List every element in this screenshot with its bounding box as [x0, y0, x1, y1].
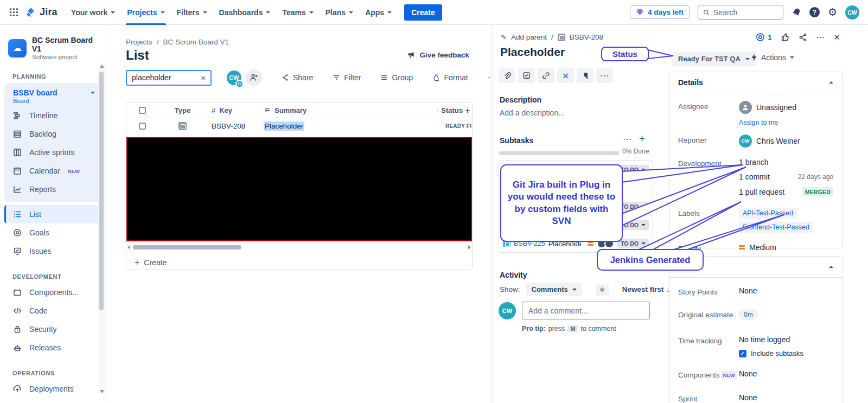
issue-key[interactable]: BSBV-208 [212, 122, 245, 130]
column-type[interactable]: Type [158, 103, 207, 118]
sort-order-button[interactable]: Newest first ↓≡ [622, 285, 674, 293]
add-column-button[interactable]: + [463, 103, 472, 118]
add-subtask-button[interactable] [518, 68, 535, 83]
activity-filter-dropdown[interactable]: Comments [526, 283, 582, 296]
sidebar-item-goals[interactable]: Goals [4, 223, 101, 242]
column-key[interactable]: #Key [207, 103, 259, 118]
sidebar-item-list[interactable]: List [4, 205, 101, 223]
close-icon[interactable]: × [834, 32, 840, 42]
actions-dropdown[interactable]: Actions [751, 53, 794, 62]
dev-branch-link[interactable]: 1 branch [739, 158, 833, 167]
breadcrumb-projects[interactable]: Projects [126, 38, 152, 46]
priority-value[interactable]: Medium [739, 243, 833, 252]
subtasks-add-icon[interactable]: + [639, 133, 645, 145]
subtask-status-dropdown[interactable]: TO DO [617, 239, 649, 248]
nav-dashboards[interactable]: Dashboards [213, 0, 277, 25]
sidebar-item-issues[interactable]: Issues [4, 242, 101, 260]
board-switcher[interactable]: BSBV board Board [4, 88, 101, 106]
group-button[interactable]: Group [380, 73, 413, 82]
watch-button[interactable]: 1 [756, 33, 772, 42]
issue-status[interactable]: READY FOR TST QA [445, 123, 472, 129]
nav-your-work[interactable]: Your work [65, 0, 121, 25]
app-switcher-icon[interactable] [5, 4, 22, 21]
sidebar-item-backlog[interactable]: Backlog [4, 125, 101, 143]
assign-to-me-link[interactable]: Assign to me [739, 119, 778, 126]
description-placeholder[interactable]: Add a description... [500, 108, 565, 117]
list-search-input[interactable] [132, 73, 197, 82]
add-people-button[interactable] [246, 69, 262, 86]
help-icon[interactable]: ? [809, 7, 820, 17]
create-issue-button[interactable]: + Create [135, 258, 167, 267]
board-columns-icon [13, 148, 22, 157]
nav-projects[interactable]: Projects [121, 0, 170, 25]
column-status[interactable]: Status [432, 103, 463, 118]
label-chip[interactable]: Frontend-Test-Passed [739, 222, 813, 233]
sidebar-item-active-sprints[interactable]: Active sprints [4, 143, 101, 162]
link-issue-button[interactable] [538, 68, 554, 83]
sprint-value[interactable]: None [739, 393, 833, 402]
activity-settings-icon[interactable] [596, 284, 609, 296]
give-feedback-button[interactable]: Give feedback [407, 51, 469, 59]
more-actions-icon[interactable]: ⋯ [816, 33, 825, 42]
sidebar-item-components[interactable]: Components... [4, 283, 101, 302]
sidebar-item-releases[interactable]: Releases [4, 338, 101, 357]
user-avatar[interactable]: CW [845, 5, 859, 20]
confluence-cross-icon[interactable]: × [557, 68, 574, 83]
issue-summary[interactable]: Placeholder [264, 121, 304, 131]
sidebar-item-code[interactable]: Code [4, 302, 101, 320]
nav-apps[interactable]: Apps [359, 0, 398, 25]
components-value[interactable]: None [739, 369, 833, 378]
nav-plans[interactable]: Plans [320, 0, 359, 25]
share-issue-button[interactable] [799, 33, 807, 42]
sidebar-item-calendar[interactable]: Calendar NEW [4, 162, 101, 180]
components-icon [13, 288, 22, 297]
comment-input[interactable] [522, 302, 650, 319]
original-estimate-value[interactable]: 0m [739, 309, 758, 320]
clear-search-icon[interactable]: × [201, 74, 206, 82]
assignee-value[interactable]: Unassigned [739, 101, 833, 114]
horizontal-scrollbar[interactable] [126, 244, 472, 251]
reporter-value[interactable]: CW Chris Weiner [739, 135, 833, 148]
breadcrumb: Projects / BC Scrum Board V1 [126, 38, 229, 46]
time-tracking-value[interactable]: No time logged [739, 335, 790, 344]
include-subtasks-checkbox[interactable]: ✓ [739, 350, 746, 357]
breadcrumb-project[interactable]: BC Scrum Board V1 [163, 38, 229, 46]
sidebar-item-reports[interactable]: Reports [4, 180, 101, 199]
project-header[interactable]: ☁ BC Scrum Board V1 Software project [0, 36, 106, 60]
label-chip[interactable]: API-Test-Passed [739, 208, 797, 219]
select-all-checkbox[interactable] [139, 107, 146, 114]
add-parent-button[interactable]: Add parent [511, 33, 547, 41]
column-summary[interactable]: Summary [259, 103, 432, 118]
merged-badge: MERGED [802, 187, 833, 196]
marker-icon[interactable] [577, 68, 593, 83]
sidebar-item-timeline[interactable]: Timeline [4, 106, 101, 125]
issue-key-link[interactable]: BSBV-208 [570, 33, 603, 41]
settings-gear-icon[interactable]: ⚙ [828, 7, 837, 17]
subtasks-more-icon[interactable]: ⋯ [623, 134, 632, 144]
global-search-input[interactable] [713, 8, 778, 17]
row-checkbox[interactable] [139, 123, 146, 130]
dev-pull-request-link[interactable]: 1 pull request MERGED [739, 187, 833, 196]
notifications-bell-icon[interactable] [792, 8, 801, 17]
table-row[interactable]: BSBV-208 Placeholder READY FOR TST QA [126, 118, 472, 134]
details-card-header[interactable]: Details [669, 72, 842, 93]
jira-logo[interactable]: Jira [25, 7, 58, 18]
filter-button[interactable]: Filter [333, 73, 361, 82]
status-dropdown[interactable]: Ready For TST QA [672, 52, 756, 66]
user-filter-avatar[interactable]: CW C [226, 69, 242, 86]
issue-title[interactable]: Placeholder [500, 46, 565, 59]
sidebar-item-deployments[interactable]: Deployments [4, 380, 101, 398]
nav-filters[interactable]: Filters [171, 0, 213, 25]
attach-button[interactable] [499, 68, 515, 83]
story-points-value[interactable]: None [739, 286, 833, 295]
trial-days-left-button[interactable]: 4 days left [630, 5, 690, 19]
nav-teams[interactable]: Teams [276, 0, 319, 25]
dev-commit-link[interactable]: 1 commit 22 days ago [739, 172, 833, 181]
more-quick-actions[interactable]: ⋯ [596, 68, 613, 83]
sidebar-scrollbar[interactable] [98, 63, 105, 395]
create-button[interactable]: Create [404, 4, 442, 21]
sidebar-item-security[interactable]: Security [4, 320, 101, 338]
like-button[interactable] [781, 33, 790, 42]
share-button[interactable]: Share [282, 73, 313, 82]
format-button[interactable]: Format [432, 73, 468, 82]
